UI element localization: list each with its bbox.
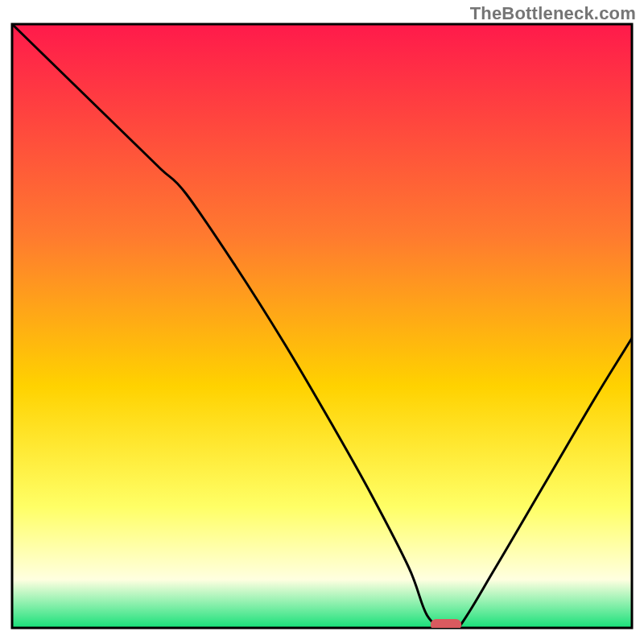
bottleneck-chart <box>0 0 644 644</box>
watermark-text: TheBottleneck.com <box>470 3 636 24</box>
chart-container: TheBottleneck.com <box>0 0 644 644</box>
